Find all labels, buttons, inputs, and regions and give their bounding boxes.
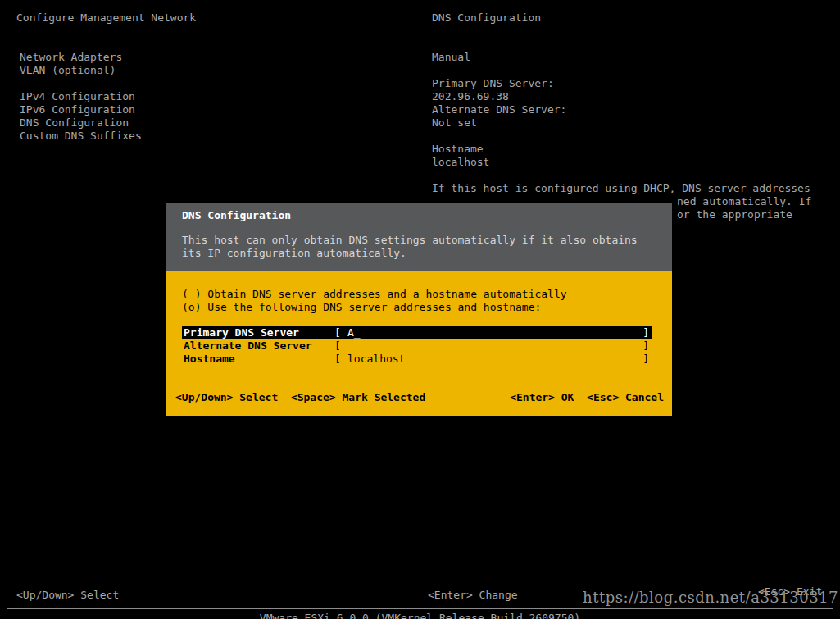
watermark: https://blog.csdn.net/a33130317 (583, 591, 838, 604)
menu-item-vlan[interactable]: VLAN (optional) (20, 64, 116, 77)
hostname-label: Hostname (432, 143, 484, 156)
alternate-dns-value: Not set (432, 116, 477, 130)
footer-divider (7, 608, 833, 609)
alternate-dns-label: Alternate DNS Server: (432, 103, 566, 116)
primary-dns-input[interactable]: A_ (347, 326, 361, 339)
field-row-primary-dns[interactable]: Primary DNS Server [ A_ ] (182, 326, 652, 339)
field-label: Primary DNS Server (184, 326, 299, 339)
dhcp-note-line1: If this host is configured using DHCP, D… (432, 182, 810, 195)
menu-item-ipv4-configuration[interactable]: IPv4 Configuration (20, 90, 135, 103)
hostname-input[interactable]: localhost (347, 353, 405, 366)
radio-use-following-dns[interactable]: (o) Use the following DNS server address… (182, 301, 541, 314)
menu-item-network-adapters[interactable]: Network Adapters (20, 51, 122, 64)
hostname-value: localhost (432, 156, 489, 169)
field-label: Alternate DNS Server (184, 339, 312, 353)
footer-hint-change: <Enter> Change (428, 589, 518, 602)
footer-hint-select: <Up/Down> Select (16, 589, 119, 602)
menu-item-dns-configuration[interactable]: DNS Configuration (20, 116, 129, 130)
dialog-hints-left: <Up/Down> Select <Space> Mark Selected (175, 391, 425, 404)
section-title: DNS Configuration (432, 11, 541, 25)
field-row-hostname[interactable]: Hostname [ localhost ] (182, 353, 652, 366)
dialog-description-line1: This host can only obtain DNS settings a… (182, 234, 638, 247)
dns-configuration-dialog: DNS Configuration This host can only obt… (164, 201, 674, 418)
header-divider (7, 30, 833, 30)
radio-obtain-dns-automatically[interactable]: ( ) Obtain DNS server addresses and a ho… (182, 288, 567, 301)
dialog-header: DNS Configuration This host can only obt… (166, 203, 672, 271)
dns-mode-value: Manual (432, 51, 470, 64)
primary-dns-value: 202.96.69.38 (432, 90, 509, 103)
dcui-screen: Configure Management Network DNS Configu… (0, 0, 840, 619)
bracket-close-icon: ] (642, 353, 649, 366)
dhcp-note-line3-fragment: or the appropriate (677, 208, 792, 221)
dialog-title: DNS Configuration (182, 209, 291, 222)
dialog-hints-right: <Enter> OK <Esc> Cancel (510, 391, 664, 404)
primary-dns-label: Primary DNS Server: (432, 77, 554, 90)
dialog-key-hints: <Up/Down> Select <Space> Mark Selected <… (175, 391, 664, 404)
menu-item-ipv6-configuration[interactable]: IPv6 Configuration (20, 103, 135, 116)
menu-item-custom-dns-suffixes[interactable]: Custom DNS Suffixes (20, 130, 142, 143)
version-banner: VMware ESXi 6.0.0 (VMKernel Release Buil… (260, 612, 580, 619)
page-title: Configure Management Network (16, 11, 196, 25)
bracket-open-icon: [ (334, 353, 341, 366)
bracket-open-icon: [ (334, 326, 341, 339)
bracket-open-icon: [ (334, 339, 341, 353)
bracket-close-icon: ] (642, 339, 649, 353)
dialog-description-line2: its IP configuration automatically. (182, 247, 406, 260)
field-row-alternate-dns[interactable]: Alternate DNS Server [ ] (182, 339, 652, 353)
bracket-close-icon: ] (642, 326, 649, 339)
field-label: Hostname (184, 353, 235, 366)
dhcp-note-line2-fragment: ned automatically. If (677, 195, 811, 208)
